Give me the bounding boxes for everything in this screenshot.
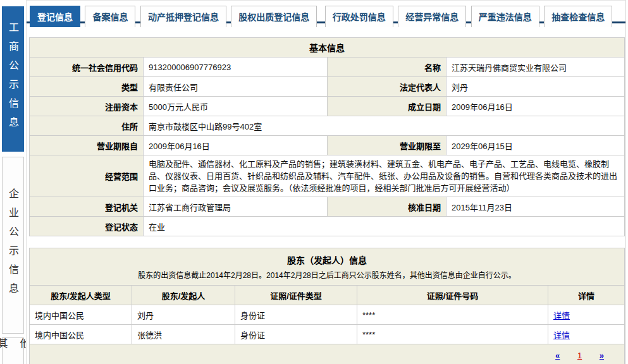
approval-date-value: 2015年11月23日 (446, 197, 625, 217)
tab-filing-info[interactable]: 备案信息 (85, 6, 135, 27)
shareholder-cert-number: **** (357, 325, 548, 344)
business-scope-label: 经营范围 (30, 155, 144, 197)
shareholders-table: 股东（发起人）信息 股东的出资信息截止2014年2月28日。2014年2月28日… (29, 248, 625, 364)
credit-code-value: 913200006907776923 (144, 58, 328, 77)
business-scope-value: 电脑及配件、通信器材、化工原料及产品的销售；建筑装潢材料、建筑五金、机电产品、电… (144, 155, 625, 197)
tab-admin-penalty-info[interactable]: 行政处罚信息 (325, 6, 393, 27)
shareholder-name: 张德洪 (132, 325, 235, 344)
table-row: 登记机关 江苏省工商行政管理局 核准日期 2015年11月23日 (30, 197, 625, 217)
sidebar-item-label: 工商公示信息 (2, 22, 24, 136)
reg-authority-value: 江苏省工商行政管理局 (144, 197, 328, 217)
address-value: 南京市鼓楼区中山路99号402室 (144, 116, 625, 136)
pagination-prev-button[interactable]: « (555, 351, 560, 360)
table-row: 境内中国公民 刘丹 身份证 **** 详情 (30, 305, 625, 325)
company-name-label: 名称 (328, 58, 446, 77)
reg-status-value: 在业 (144, 217, 625, 236)
tab-spot-check-info[interactable]: 抽查检查信息 (544, 6, 612, 27)
pagination-current-page[interactable]: 1 (577, 351, 582, 360)
table-row: 注册资本 5000万元人民币 成立日期 2009年06月16日 (30, 97, 625, 116)
table-row: 统一社会信用代码 913200006907776923 名称 江苏天瑞丹佛商贸实… (30, 58, 625, 77)
tab-serious-violation-info[interactable]: 严重违法信息 (471, 6, 539, 27)
term-from-value: 2009年06月16日 (144, 136, 328, 155)
term-from-label: 营业期限自 (30, 136, 144, 155)
col-header-shareholder-type: 股东/发起人类型 (30, 286, 132, 305)
shareholder-type: 境内中国公民 (30, 305, 132, 325)
col-header-detail: 详情 (548, 286, 625, 305)
main-content: 登记信息 备案信息 动产抵押登记信息 股权出质登记信息 行政处罚信息 经营异常信… (26, 0, 626, 364)
col-header-cert-number: 证照/证件号码 (357, 286, 548, 305)
term-to-label: 营业期限至 (328, 136, 446, 155)
col-header-shareholder-name: 股东/发起人 (132, 286, 235, 305)
shareholders-note: 股东的出资信息截止2014年2月28日。2014年2月28日之后工商只公示股东姓… (35, 269, 619, 280)
shareholders-header-row: 股东/发起人类型 股东/发起人 证照/证件类型 证照/证件号码 详情 (30, 286, 625, 305)
table-row: 境内中国公民 张德洪 身份证 **** 详情 (30, 325, 625, 344)
col-header-cert-type: 证照/证件类型 (235, 286, 357, 305)
approval-date-label: 核准日期 (328, 197, 446, 217)
company-type-value: 有限责任公司 (144, 77, 328, 97)
tab-registration-info[interactable]: 登记信息 (30, 6, 80, 27)
establish-date-label: 成立日期 (328, 97, 446, 116)
reg-status-label: 登记状态 (30, 217, 144, 236)
pagination-next-button[interactable]: » (600, 351, 604, 360)
reg-capital-label: 注册资本 (30, 97, 144, 116)
basic-info-title: 基本信息 (30, 38, 625, 58)
address-label: 住所 (30, 116, 144, 136)
sidebar-item-label: 企业公示信息 (2, 188, 24, 302)
detail-link[interactable]: 详情 (553, 311, 570, 320)
tab-equity-pledge-info[interactable]: 股权出质登记信息 (231, 6, 317, 27)
reg-authority-label: 登记机关 (30, 197, 144, 217)
basic-info-table: 基本信息 统一社会信用代码 913200006907776923 名称 江苏天瑞… (29, 37, 625, 236)
table-row: 类型 有限责任公司 法定代表人 刘丹 (30, 77, 625, 97)
tab-operation-abnormal-info[interactable]: 经营异常信息 (398, 6, 466, 27)
sidebar-item-qiye-gongshi[interactable]: 企业公示信息 (2, 157, 24, 334)
legal-rep-value: 刘丹 (446, 77, 625, 97)
company-type-label: 类型 (30, 77, 144, 97)
reg-capital-value: 5000万元人民币 (144, 97, 328, 116)
shareholder-type: 境内中国公民 (30, 325, 132, 344)
sidebar-item-other[interactable]: 其他 (2, 337, 24, 364)
company-name-value: 江苏天瑞丹佛商贸实业有限公司 (446, 58, 625, 77)
table-row: 经营范围 电脑及配件、通信器材、化工原料及产品的销售；建筑装潢材料、建筑五金、机… (30, 155, 625, 197)
term-to-value: 2029年06月15日 (446, 136, 625, 155)
legal-rep-label: 法定代表人 (328, 77, 446, 97)
pagination-row: « 1 » (30, 344, 625, 364)
shareholder-name: 刘丹 (132, 305, 235, 325)
shareholder-cert-type: 身份证 (235, 305, 357, 325)
table-row: 住所 南京市鼓楼区中山路99号402室 (30, 116, 625, 136)
sidebar-item-gongshang-gongshi[interactable]: 工商公示信息 (2, 6, 24, 152)
shareholder-cert-number: **** (357, 305, 548, 325)
table-row: 营业期限自 2009年06月16日 营业期限至 2029年06月15日 (30, 136, 625, 155)
credit-code-label: 统一社会信用代码 (30, 58, 144, 77)
shareholders-section-header: 股东（发起人）信息 股东的出资信息截止2014年2月28日。2014年2月28日… (30, 248, 625, 286)
tab-chattel-mortgage-info[interactable]: 动产抵押登记信息 (140, 6, 226, 27)
establish-date-value: 2009年06月16日 (446, 97, 625, 116)
tab-bar: 登记信息 备案信息 动产抵押登记信息 股权出质登记信息 行政处罚信息 经营异常信… (27, 1, 625, 21)
shareholders-title: 股东（发起人）信息 (35, 253, 619, 266)
table-row: 登记状态 在业 (30, 217, 625, 236)
shareholder-cert-type: 身份证 (235, 325, 357, 344)
detail-link[interactable]: 详情 (553, 331, 570, 340)
